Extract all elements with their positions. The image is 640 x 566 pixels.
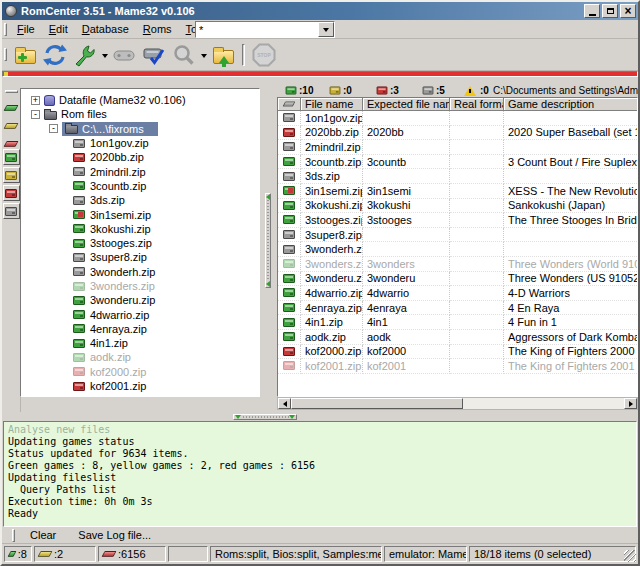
scroll-right-button[interactable] bbox=[624, 398, 637, 409]
stop-button[interactable]: STOP bbox=[249, 41, 279, 69]
close-button[interactable]: × bbox=[620, 4, 636, 18]
refresh-button[interactable] bbox=[40, 41, 70, 69]
minimize-button[interactable] bbox=[584, 4, 600, 18]
green-eraser-icon[interactable] bbox=[3, 105, 18, 111]
tree-zip-item[interactable]: 3wonderu.zip bbox=[21, 293, 259, 307]
tree-zip-item[interactable]: 4dwarrio.zip bbox=[21, 307, 259, 321]
tree-zip-item[interactable]: 4enraya.zip bbox=[21, 322, 259, 336]
table-row[interactable]: 4in1.zip 4in1 4 Fun in 1 bbox=[278, 315, 637, 330]
table-row[interactable]: kof2000.zip kof2000 The King of Fighters… bbox=[278, 345, 637, 360]
tree-zip-item[interactable]: kof2001.zip bbox=[21, 379, 259, 393]
tree-zip-items: 1on1gov.zip 2020bb.zip 2mindril.zip bbox=[21, 136, 259, 393]
title-bar[interactable]: RomCenter 3.51 - Mame32 v0.106 × bbox=[2, 2, 638, 20]
tree-zip-item[interactable]: 3ds.zip bbox=[21, 193, 259, 207]
table-row[interactable]: 3ds.zip bbox=[278, 169, 637, 184]
vertical-splitter[interactable] bbox=[260, 88, 277, 412]
menu-item[interactable]: File bbox=[10, 21, 42, 37]
table-row[interactable]: 4enraya.zip 4enraya 4 En Raya bbox=[278, 301, 637, 316]
toolbar-gripper[interactable] bbox=[4, 48, 7, 61]
tree-node-datafile[interactable]: + Datafile (Mame32 v0.106) bbox=[21, 93, 259, 107]
filter-combo[interactable] bbox=[195, 21, 335, 38]
clean-check-button[interactable] bbox=[139, 41, 169, 69]
table-row[interactable]: 3countb.zip 3countb 3 Count Bout / Fire … bbox=[278, 155, 637, 170]
table-row[interactable]: 3wonderh.zip bbox=[278, 242, 637, 257]
scrollbar-track[interactable] bbox=[463, 398, 624, 409]
tree-zip-item[interactable]: kof2000.zip bbox=[21, 365, 259, 379]
strip-gripper[interactable] bbox=[5, 90, 18, 93]
search-dropdown-button[interactable] bbox=[199, 41, 208, 69]
status-column-header[interactable] bbox=[278, 98, 301, 111]
yellow-eraser-icon[interactable] bbox=[3, 123, 18, 129]
expected-file-name-header[interactable]: Expected file name bbox=[363, 98, 450, 111]
zip-status-icon bbox=[283, 113, 295, 122]
menu-item[interactable]: Database bbox=[75, 21, 136, 37]
tree-zip-item[interactable]: 3wonderh.zip bbox=[21, 265, 259, 279]
game-description-header[interactable]: Game description bbox=[504, 98, 637, 111]
logbar-gripper[interactable] bbox=[12, 529, 15, 542]
tree-zip-item[interactable]: 3countb.zip bbox=[21, 179, 259, 193]
table-row[interactable]: 1on1gov.zip bbox=[278, 111, 637, 126]
filter-green-toggle[interactable] bbox=[3, 149, 20, 165]
table-row[interactable]: 2020bb.zip 2020bb 2020 Super Baseball (s… bbox=[278, 126, 637, 141]
collapse-icon[interactable]: - bbox=[49, 124, 58, 133]
game-description-cell bbox=[504, 140, 637, 155]
search-button[interactable] bbox=[169, 41, 199, 69]
fix-dropdown-button[interactable] bbox=[100, 41, 109, 69]
splitter-collapse-handle[interactable] bbox=[233, 414, 297, 420]
export-roms-button[interactable] bbox=[208, 41, 238, 69]
filter-red-toggle[interactable] bbox=[3, 185, 20, 201]
tree-zip-item[interactable]: 4in1.zip bbox=[21, 336, 259, 350]
rom-settings-cell: Roms:split, Bios:split, Samples:merged bbox=[210, 546, 382, 562]
expected-file-name-cell: kof2000 bbox=[363, 345, 450, 360]
expected-file-name-cell: 3kokushi bbox=[363, 199, 450, 214]
clear-log-button[interactable]: Clear bbox=[30, 529, 56, 541]
scrollbar-thumb[interactable] bbox=[291, 398, 463, 409]
tree-zip-item[interactable]: aodk.zip bbox=[21, 350, 259, 364]
play-game-button[interactable] bbox=[109, 41, 139, 69]
resize-grip[interactable] bbox=[624, 550, 636, 562]
table-row[interactable]: aodk.zip aodk Aggressors of Dark Kombat … bbox=[278, 330, 637, 345]
real-format-header[interactable]: Real format bbox=[450, 98, 504, 111]
table-row[interactable]: 2mindril.zip bbox=[278, 140, 637, 155]
add-romfiles-button[interactable] bbox=[10, 41, 40, 69]
combo-dropdown-button[interactable] bbox=[318, 22, 334, 37]
collapse-icon[interactable]: - bbox=[31, 110, 40, 119]
splitter-collapse-handle[interactable] bbox=[265, 193, 271, 288]
table-row[interactable]: 4dwarrio.zip 4dwarrio 4-D Warriors bbox=[278, 286, 637, 301]
table-row[interactable]: 3wonders.zip 3wonders Three Wonders (Wor… bbox=[278, 257, 637, 272]
tree-node-fixroms[interactable]: - C:\...\fixroms bbox=[21, 122, 259, 136]
restore-button[interactable] bbox=[602, 4, 618, 18]
menu-item[interactable]: Roms bbox=[136, 21, 179, 37]
tree-zip-item[interactable]: 3stooges.zip bbox=[21, 236, 259, 250]
tree-zip-item[interactable]: 2020bb.zip bbox=[21, 150, 259, 164]
red-eraser-icon[interactable] bbox=[3, 141, 18, 147]
tree-zip-item[interactable]: 3wonders.zip bbox=[21, 279, 259, 293]
menubar-gripper[interactable] bbox=[4, 23, 7, 36]
scroll-left-button[interactable] bbox=[278, 398, 291, 409]
tree-zip-item[interactable]: 2mindril.zip bbox=[21, 164, 259, 178]
tree-zip-item[interactable]: 1on1gov.zip bbox=[21, 136, 259, 150]
table-row[interactable]: kof2001.zip kof2001 The King of Fighters… bbox=[278, 359, 637, 374]
tree-zip-item[interactable]: 3in1semi.zip bbox=[21, 207, 259, 221]
table-row[interactable]: 3in1semi.zip 3in1semi XESS - The New Rev… bbox=[278, 184, 637, 199]
menu-item[interactable]: Edit bbox=[42, 21, 75, 37]
horizontal-splitter[interactable] bbox=[2, 412, 638, 421]
table-row[interactable]: 3kokushi.zip 3kokushi Sankokushi (Japan) bbox=[278, 199, 637, 214]
save-log-button[interactable]: Save Log file... bbox=[78, 529, 151, 541]
fix-roms-button[interactable] bbox=[70, 41, 100, 69]
log-line: Updating games status bbox=[8, 436, 632, 448]
filter-yellow-toggle[interactable] bbox=[3, 167, 20, 183]
table-row[interactable]: 3super8.zip bbox=[278, 228, 637, 243]
table-row[interactable]: 3wonderu.zip 3wonderu Three Wonders (US … bbox=[278, 272, 637, 287]
table-row[interactable]: 3stooges.zip 3stooges The Three Stooges … bbox=[278, 213, 637, 228]
tree-node-romfiles[interactable]: - Rom files bbox=[21, 107, 259, 121]
tree-zip-item[interactable]: 3kokushi.zip bbox=[21, 222, 259, 236]
filter-gray-toggle[interactable] bbox=[3, 203, 20, 219]
expand-icon[interactable]: + bbox=[31, 96, 40, 105]
filter-combo-input[interactable] bbox=[196, 22, 318, 37]
horizontal-scrollbar[interactable] bbox=[277, 397, 638, 410]
file-name-header[interactable]: File name bbox=[301, 98, 363, 111]
zip-status-icon bbox=[283, 288, 295, 297]
tree-zip-item[interactable]: 3super8.zip bbox=[21, 250, 259, 264]
zip-status-icon bbox=[283, 157, 295, 166]
